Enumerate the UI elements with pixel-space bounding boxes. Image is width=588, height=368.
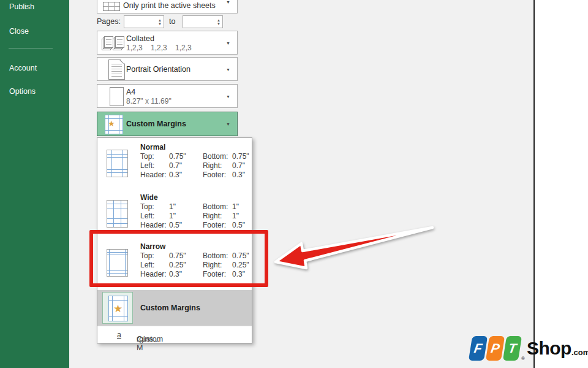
shop-wordmark: Shop [527, 338, 571, 359]
fpt-logo-p-tile: P [486, 336, 505, 361]
excel-print-backstage: Publish Close Account Options Only print… [0, 0, 588, 368]
fpt-shop-watermark: F P T ® Shop .com.vn [470, 333, 588, 364]
registered-mark: ® [521, 356, 525, 361]
red-arrow-annotation [0, 0, 588, 368]
fpt-logo-t-tile: T [503, 336, 522, 361]
fpt-logo-f-tile: F [469, 336, 488, 361]
domain-suffix: .com.vn [571, 348, 588, 357]
